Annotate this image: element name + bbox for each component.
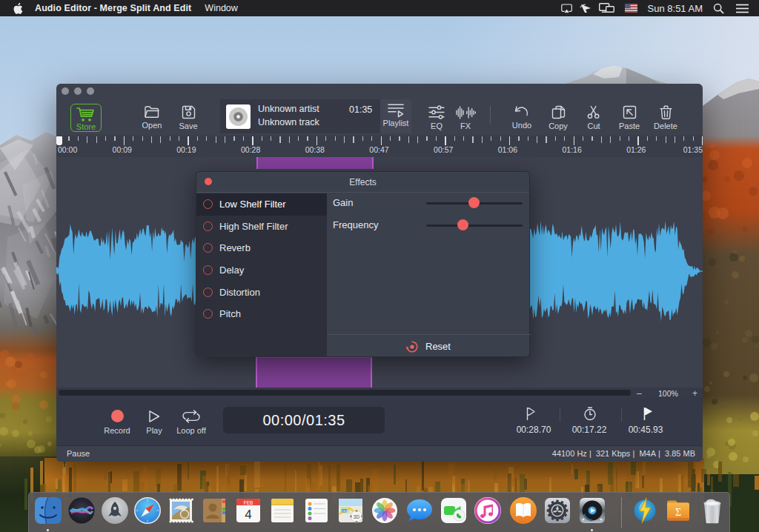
svg-text:3D: 3D [354, 514, 360, 519]
svg-text:4: 4 [245, 508, 251, 522]
svg-text:Σ: Σ [675, 507, 681, 518]
svg-text:280: 280 [342, 510, 347, 513]
svg-text:FEB: FEB [244, 500, 253, 505]
